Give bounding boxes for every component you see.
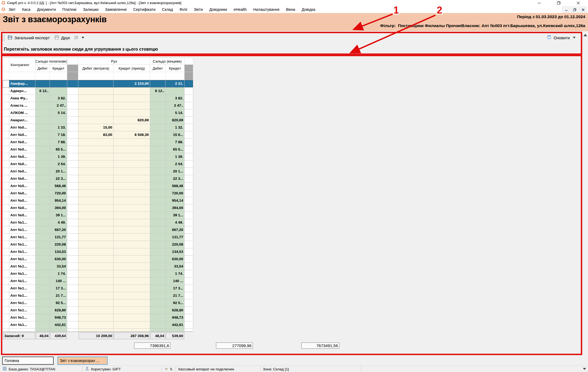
cell-d0[interactable] bbox=[35, 131, 50, 139]
cell-spacer[interactable] bbox=[3, 285, 9, 292]
cell-d1[interactable] bbox=[150, 124, 166, 131]
cell-dm[interactable] bbox=[78, 219, 114, 226]
cell-contragent[interactable]: Авефар... bbox=[9, 80, 35, 87]
cell-cm[interactable] bbox=[114, 226, 150, 234]
cell-d0[interactable] bbox=[35, 212, 50, 219]
cell-d0[interactable] bbox=[35, 175, 50, 182]
column-header-credit-end[interactable]: Кредит bbox=[166, 65, 185, 72]
cell-d0[interactable]: 6 12.. bbox=[35, 87, 50, 95]
table-row[interactable]: Апт №0...394,00394,00 bbox=[3, 204, 193, 212]
cell-d0[interactable] bbox=[35, 190, 50, 197]
cell-dm[interactable] bbox=[78, 278, 114, 285]
menu-item-dokumenty[interactable]: Документи bbox=[34, 7, 59, 12]
column-header-contragent[interactable]: Контрагент bbox=[9, 58, 35, 72]
cell-spacer[interactable] bbox=[185, 102, 193, 109]
cell-dm[interactable] bbox=[78, 248, 114, 256]
cell-d0[interactable] bbox=[35, 80, 50, 87]
cell-spacer[interactable] bbox=[67, 190, 78, 197]
cell-cm[interactable] bbox=[114, 139, 150, 146]
group-by-drop-zone[interactable]: Перетягніть заголовок колонки сюди для у… bbox=[4, 47, 158, 52]
table-row[interactable]: Апт №0...2 54.2 54. bbox=[3, 161, 193, 168]
cell-d1[interactable] bbox=[150, 307, 166, 314]
cell-spacer[interactable] bbox=[67, 80, 78, 87]
cell-cm[interactable] bbox=[114, 248, 150, 256]
cell-d1[interactable]: 6 12.. bbox=[150, 87, 166, 95]
cell-spacer[interactable] bbox=[3, 168, 9, 175]
cell-d1[interactable] bbox=[150, 131, 166, 139]
cell-spacer[interactable] bbox=[3, 212, 9, 219]
cell-d1[interactable] bbox=[150, 248, 166, 256]
cell-cm[interactable] bbox=[114, 256, 150, 263]
cell-c0[interactable]: 21 7... bbox=[50, 292, 67, 299]
cell-d1[interactable] bbox=[150, 241, 166, 248]
cell-spacer[interactable] bbox=[3, 197, 9, 204]
cell-c1[interactable]: 720,00 bbox=[166, 190, 185, 197]
cell-spacer[interactable] bbox=[185, 285, 193, 292]
cell-d0[interactable] bbox=[35, 299, 50, 307]
cell-dm[interactable] bbox=[78, 263, 114, 270]
cell-spacer[interactable] bbox=[185, 175, 193, 182]
table-row[interactable]: Апт №1...140 ...140 ... bbox=[3, 278, 193, 285]
menu-item-zvity[interactable]: Звіти bbox=[190, 7, 206, 12]
table-row[interactable]: Апт №1...134,53134,53 bbox=[3, 248, 193, 256]
cell-spacer[interactable] bbox=[3, 124, 9, 131]
cell-c1[interactable]: 131,77 bbox=[166, 234, 185, 241]
cell-cm[interactable] bbox=[114, 299, 150, 307]
cell-d0[interactable] bbox=[35, 102, 50, 109]
cell-cm[interactable] bbox=[114, 204, 150, 212]
table-row[interactable]: Апт №1...948,73948,73 bbox=[3, 314, 193, 321]
cell-contragent[interactable]: Апт №0... bbox=[9, 146, 35, 153]
cell-dm[interactable] bbox=[78, 80, 114, 87]
minimize-icon[interactable] bbox=[529, 0, 549, 6]
cell-c1[interactable]: 22 3... bbox=[166, 175, 185, 182]
cell-d0[interactable] bbox=[35, 278, 50, 285]
cell-contragent[interactable]: Апт №0... bbox=[9, 197, 35, 204]
table-row[interactable]: АЛКОМ ...5 14.5 14. bbox=[3, 109, 193, 117]
cell-dm[interactable] bbox=[78, 285, 114, 292]
cell-d0[interactable] bbox=[35, 285, 50, 292]
cell-spacer[interactable] bbox=[3, 95, 9, 102]
cell-contragent[interactable]: АЛКОМ ... bbox=[9, 109, 35, 117]
menu-item-filii[interactable]: Філії bbox=[176, 7, 190, 12]
cell-spacer[interactable] bbox=[67, 299, 78, 307]
cell-spacer[interactable] bbox=[185, 190, 193, 197]
cell-cm[interactable] bbox=[114, 197, 150, 204]
mdi-restore-icon[interactable] bbox=[571, 6, 578, 13]
cell-d1[interactable] bbox=[150, 204, 166, 212]
cell-cm[interactable]: 2 210,00 bbox=[114, 80, 150, 87]
cell-c1[interactable]: 1 39. bbox=[166, 153, 185, 161]
cell-c0[interactable]: 20 1... bbox=[50, 168, 67, 175]
cell-spacer[interactable] bbox=[67, 263, 78, 270]
cell-d1[interactable] bbox=[150, 175, 166, 182]
column-group-movement[interactable]: Рух bbox=[78, 58, 150, 65]
menu-item-zamovlennia[interactable]: Замовлення bbox=[102, 7, 130, 12]
cell-c0[interactable]: 134,53 bbox=[50, 248, 67, 256]
cell-d0[interactable] bbox=[35, 292, 50, 299]
table-row[interactable]: Апт №1...131,77131,77 bbox=[3, 234, 193, 241]
cell-cm[interactable] bbox=[114, 292, 150, 299]
table-row[interactable]: Апт №1...92 5...92 5... bbox=[3, 299, 193, 307]
cell-cm[interactable] bbox=[114, 109, 150, 117]
cell-spacer[interactable] bbox=[185, 226, 193, 234]
cell-spacer[interactable] bbox=[185, 204, 193, 212]
mdi-close-icon[interactable] bbox=[579, 6, 587, 13]
cell-spacer[interactable] bbox=[3, 263, 9, 270]
cell-d0[interactable] bbox=[35, 124, 50, 131]
cell-cm[interactable] bbox=[114, 314, 150, 321]
cell-spacer[interactable] bbox=[185, 197, 193, 204]
cell-dm[interactable] bbox=[78, 241, 114, 248]
cell-contragent[interactable]: Апт №1... bbox=[9, 307, 35, 314]
table-row[interactable]: Апт №1...630,00630,00 bbox=[3, 256, 193, 263]
cell-d0[interactable] bbox=[35, 263, 50, 270]
cell-d1[interactable] bbox=[150, 168, 166, 175]
cell-c0[interactable]: 954,14 bbox=[50, 197, 67, 204]
cell-spacer[interactable] bbox=[185, 234, 193, 241]
column-group-saldo-end[interactable]: Сальдо (кінцеве) bbox=[150, 58, 185, 65]
toolbar-drag-handle[interactable] bbox=[2, 34, 4, 41]
table-row[interactable]: Авефар...2 210,002 21. bbox=[3, 80, 193, 87]
cell-cm[interactable] bbox=[114, 241, 150, 248]
column-header-debit-end[interactable]: Дебет bbox=[150, 65, 166, 72]
cell-d1[interactable] bbox=[150, 109, 166, 117]
cell-contragent[interactable]: Апт №1... bbox=[9, 241, 35, 248]
cell-d1[interactable] bbox=[150, 321, 166, 329]
